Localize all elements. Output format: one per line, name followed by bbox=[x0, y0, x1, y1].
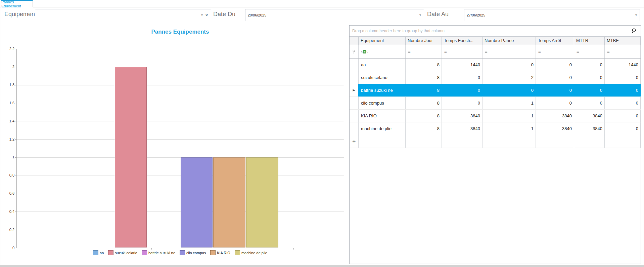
cell-temps-arr-t[interactable]: 0 bbox=[536, 97, 574, 109]
cell-nombre-panne[interactable]: 1 bbox=[482, 97, 536, 109]
filter-cell-equipement[interactable]: ABC bbox=[359, 45, 406, 58]
filter-cell-mtbf[interactable]: = bbox=[605, 45, 641, 58]
legend-swatch bbox=[93, 250, 98, 255]
cell-temps-foncti-[interactable]: 0 bbox=[442, 84, 482, 97]
search-icon[interactable] bbox=[631, 28, 637, 34]
equals-filter-icon[interactable]: = bbox=[444, 49, 447, 54]
new-row-cell[interactable] bbox=[574, 135, 605, 148]
cell-mttr[interactable]: 3840 bbox=[574, 122, 605, 135]
equals-filter-icon[interactable]: = bbox=[577, 49, 579, 54]
column-header-mttr[interactable]: MTTR bbox=[574, 37, 605, 45]
abc-filter-icon[interactable]: ABC bbox=[361, 50, 368, 53]
filter-cell-temps-arr-t[interactable]: = bbox=[536, 45, 574, 58]
y-gridline bbox=[16, 139, 344, 140]
cell-nombre-jour[interactable]: 8 bbox=[406, 110, 442, 122]
legend-item-machine-de-plie: machine de plie bbox=[235, 250, 267, 255]
row-indicator bbox=[350, 122, 359, 135]
cell-temps-arr-t[interactable]: 3840 bbox=[536, 110, 574, 122]
column-header-nombre-panne[interactable]: Nombre Panne bbox=[482, 37, 536, 45]
cell-mttr[interactable]: 0 bbox=[574, 71, 605, 84]
y-axis-tick-label: 1.2 bbox=[0, 137, 14, 141]
grid-header-row: EquipementNombre JourTemps Foncti...Nomb… bbox=[350, 37, 641, 45]
legend-swatch bbox=[142, 250, 147, 255]
cell-mtbf[interactable]: 0 bbox=[605, 84, 641, 97]
chart-title: Pannes Equipements bbox=[16, 29, 344, 35]
column-header-temps-foncti-[interactable]: Temps Foncti... bbox=[442, 37, 482, 45]
cell-nombre-panne[interactable]: 1 bbox=[482, 110, 536, 122]
new-row-cell[interactable] bbox=[482, 135, 536, 148]
cell-nombre-jour[interactable]: 8 bbox=[406, 71, 442, 84]
cell-temps-foncti-[interactable]: 0 bbox=[442, 71, 482, 84]
legend-label: battrie suzuki ne bbox=[148, 251, 175, 255]
y-gridline bbox=[16, 121, 344, 121]
x-axis-tick bbox=[81, 248, 81, 250]
equals-filter-icon[interactable]: = bbox=[485, 49, 488, 54]
column-header-temps-arr-t[interactable]: Temps Arrêt bbox=[536, 37, 574, 45]
cell-equipement[interactable]: aa bbox=[359, 59, 406, 71]
cell-mtbf[interactable]: 0 bbox=[605, 122, 641, 135]
new-row-cell[interactable] bbox=[359, 135, 406, 148]
cell-mttr[interactable]: 0 bbox=[574, 84, 605, 97]
column-header-mtbf[interactable]: MTBF bbox=[605, 37, 641, 45]
table-row-aa[interactable]: aa814400001440 bbox=[350, 59, 641, 71]
filter-cell-nombre-panne[interactable]: = bbox=[482, 45, 536, 58]
equals-filter-icon[interactable]: = bbox=[538, 49, 541, 54]
row-indicator bbox=[350, 110, 359, 122]
filter-cell-mttr[interactable]: = bbox=[574, 45, 605, 58]
cell-nombre-jour[interactable]: 8 bbox=[406, 84, 442, 97]
table-row-clio-compus[interactable]: clio compus801000 bbox=[350, 97, 641, 110]
cell-nombre-panne[interactable]: 0 bbox=[482, 59, 536, 71]
cell-nombre-jour[interactable]: 8 bbox=[406, 97, 442, 109]
y-gridline bbox=[16, 194, 344, 194]
y-axis-tick-label: 0.4 bbox=[0, 209, 14, 214]
cell-equipement[interactable]: suzuki celario bbox=[359, 71, 406, 84]
cell-temps-foncti-[interactable]: 3840 bbox=[442, 122, 482, 135]
cell-mtbf[interactable]: 0 bbox=[605, 110, 641, 122]
equals-filter-icon[interactable]: = bbox=[408, 49, 411, 54]
new-row-cell[interactable] bbox=[536, 135, 574, 148]
cell-mttr[interactable]: 0 bbox=[574, 97, 605, 109]
new-row-cell[interactable] bbox=[605, 135, 641, 148]
cell-mttr[interactable]: 3840 bbox=[574, 110, 605, 122]
cell-nombre-panne[interactable]: 1 bbox=[482, 122, 536, 135]
cell-temps-foncti-[interactable]: 3840 bbox=[442, 110, 482, 122]
filter-cell-temps-foncti-[interactable]: = bbox=[442, 45, 482, 58]
cell-temps-foncti-[interactable]: 1440 bbox=[442, 59, 482, 71]
cell-equipement[interactable]: battrie suzuki ne bbox=[359, 84, 406, 97]
table-row-machine-de-plie[interactable]: machine de plie838401384038400 bbox=[350, 122, 641, 135]
group-by-panel[interactable]: Drag a column header here to group by th… bbox=[350, 26, 641, 37]
row-indicator bbox=[350, 71, 359, 84]
legend-item-battrie-suzuki-ne: battrie suzuki ne bbox=[142, 250, 175, 255]
cell-nombre-panne[interactable]: 2 bbox=[482, 71, 536, 84]
cell-equipement[interactable]: clio compus bbox=[359, 97, 406, 109]
cell-mttr[interactable]: 0 bbox=[574, 59, 605, 71]
new-row-cell[interactable] bbox=[406, 135, 442, 148]
new-row-cell[interactable] bbox=[442, 135, 482, 148]
cell-mtbf[interactable]: 0 bbox=[605, 97, 641, 109]
table-row-suzuki-celario[interactable]: suzuki celario802000 bbox=[350, 71, 641, 84]
column-header-nombre-jour[interactable]: Nombre Jour bbox=[406, 37, 442, 45]
cell-temps-arr-t[interactable]: 0 bbox=[536, 84, 574, 97]
cell-temps-arr-t[interactable]: 0 bbox=[536, 71, 574, 84]
new-item-row[interactable]: ✳ bbox=[350, 135, 641, 148]
cell-temps-foncti-[interactable]: 0 bbox=[442, 97, 482, 109]
cell-equipement[interactable]: KIA RIO bbox=[359, 110, 406, 122]
x-axis-tick bbox=[293, 248, 294, 250]
cell-mtbf[interactable]: 1440 bbox=[605, 59, 641, 71]
cell-mtbf[interactable]: 0 bbox=[605, 71, 641, 84]
cell-temps-arr-t[interactable]: 0 bbox=[536, 59, 574, 71]
table-row-KIA-RIO[interactable]: KIA RIO838401384038400 bbox=[350, 110, 641, 122]
table-row-battrie-suzuki-ne[interactable]: ▶battrie suzuki ne800000 bbox=[350, 84, 641, 97]
cell-nombre-panne[interactable]: 0 bbox=[482, 84, 536, 97]
equals-filter-icon[interactable]: = bbox=[607, 49, 610, 54]
cell-equipement[interactable]: machine de plie bbox=[359, 122, 406, 135]
filter-cell-nombre-jour[interactable]: = bbox=[406, 45, 442, 58]
cell-nombre-jour[interactable]: 8 bbox=[406, 59, 442, 71]
legend-item-aa: aa bbox=[93, 250, 104, 255]
filter-row-indicator bbox=[350, 45, 359, 58]
y-gridline bbox=[16, 67, 344, 67]
column-header-equipement[interactable]: Equipement bbox=[359, 37, 406, 45]
cell-temps-arr-t[interactable]: 3840 bbox=[536, 122, 574, 135]
plot-right-border bbox=[344, 49, 344, 248]
cell-nombre-jour[interactable]: 8 bbox=[406, 122, 442, 135]
